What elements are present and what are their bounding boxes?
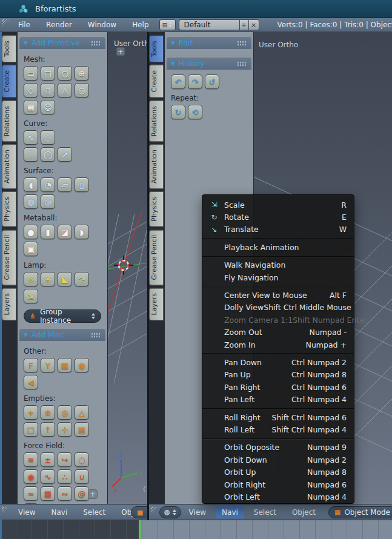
repeat-last[interactable]: ↻ xyxy=(171,105,185,119)
context-menu-item[interactable]: Zoom In Numpad + xyxy=(202,339,354,351)
add-nurbs-surface[interactable]: ▱ xyxy=(58,177,72,192)
context-menu-item[interactable]: Pan Up Ctrl Numpad 8 xyxy=(202,369,354,381)
shelf-tab[interactable]: Layers xyxy=(149,288,164,320)
context-menu-item[interactable]: Pan Down Ctrl Numpad 2 xyxy=(202,356,354,368)
add-layout-button[interactable]: + xyxy=(239,19,248,30)
add-sun-lamp[interactable]: ☀ xyxy=(41,272,55,286)
context-menu-item[interactable]: Orbit Opposite Numpad 9 xyxy=(202,441,354,454)
add-cone[interactable]: △ xyxy=(58,83,72,98)
context-menu-item[interactable]: Pan Right Ctrl Numpad 6 xyxy=(202,381,354,393)
panel-header-edit[interactable]: ▼ Edit xyxy=(167,37,251,49)
header-menu-item[interactable]: View xyxy=(10,508,43,517)
empty-sphere[interactable]: ⊕ xyxy=(41,405,55,420)
add-panel-button[interactable]: + xyxy=(88,489,98,499)
repeat-history[interactable]: ⟲ xyxy=(188,105,202,119)
menubar-item[interactable]: Window xyxy=(80,21,124,29)
undo-history[interactable]: ↺ xyxy=(205,74,219,89)
panel-header-add-misc[interactable]: ▼ Add Misc xyxy=(19,329,105,341)
shelf-tab[interactable]: Layers xyxy=(2,288,16,320)
shelf-tab[interactable]: Animation xyxy=(149,144,164,189)
header-menu-item[interactable]: Select xyxy=(246,508,284,517)
context-menu-item[interactable]: Orbit Right Numpad 6 xyxy=(202,478,354,491)
shelf-tab[interactable]: Tools xyxy=(149,35,164,62)
empty-arrows[interactable]: ⊹ xyxy=(58,422,72,437)
context-menu-item[interactable]: ↘ Translate W xyxy=(202,223,354,236)
empty-cube[interactable]: □ xyxy=(24,422,38,437)
add-cylinder[interactable]: ▯ xyxy=(41,83,55,98)
add-meta-ellipsoid[interactable]: ◗ xyxy=(75,225,89,239)
menubar-item[interactable]: Help xyxy=(124,21,156,29)
add-bezier-circle[interactable]: ◌ xyxy=(41,130,55,145)
add-nurbs-curve[interactable]: ⌒ xyxy=(24,147,38,162)
shelf-tab[interactable]: Physics xyxy=(149,191,164,227)
area-corner-icon[interactable] xyxy=(2,507,9,514)
panel-grip-icon[interactable] xyxy=(237,61,247,67)
shelf-tab[interactable]: Grease Pencil xyxy=(149,230,164,285)
add-grid[interactable]: ▦ xyxy=(24,100,38,114)
add-meta-plane[interactable]: ◪ xyxy=(58,225,72,239)
menubar-item[interactable]: File xyxy=(10,21,38,29)
force-turbulence[interactable]: ∾ xyxy=(58,486,72,501)
force-magnetic[interactable]: ∪ xyxy=(75,469,89,484)
context-menu-item[interactable]: Roll Left Shift Ctrl Numpad 4 xyxy=(202,423,354,435)
context-menu-item[interactable]: Roll Right Shift Ctrl Numpad 6 xyxy=(202,411,354,423)
context-menu-item[interactable]: ↻ Rotate E xyxy=(202,211,354,223)
add-path[interactable]: ↗ xyxy=(58,147,72,162)
context-menu-item[interactable]: Dolly View Shift Ctrl Middle Mouse xyxy=(202,302,354,314)
context-menu-item[interactable]: Center View to Mouse Alt F xyxy=(202,289,354,301)
add-meta-cube[interactable]: ▣ xyxy=(24,242,38,256)
add-monkey[interactable]: ☺ xyxy=(41,100,55,114)
add-nurbs-torus[interactable]: ◎ xyxy=(41,194,55,209)
shelf-tab[interactable]: Tools xyxy=(2,35,16,62)
shelf-tab[interactable]: Grease Pencil xyxy=(2,230,16,285)
add-text[interactable]: F xyxy=(24,358,38,372)
panel-grip-icon[interactable] xyxy=(237,41,247,46)
object-mode-dropdown[interactable]: ■ Object Mode xyxy=(131,506,147,518)
empty-cone[interactable]: △ xyxy=(75,405,89,420)
add-plane[interactable]: ▭ xyxy=(24,66,38,81)
force-harmonic[interactable]: ∿ xyxy=(41,469,55,484)
viewport-1[interactable]: z y x User Ortho + (1) xyxy=(107,32,147,504)
layout-name-field[interactable]: Default xyxy=(179,19,239,30)
add-camera[interactable]: ◉ xyxy=(75,358,89,372)
context-menu-item[interactable]: Orbit Down Numpad 2 xyxy=(202,454,354,466)
add-spot-lamp[interactable]: ◣ xyxy=(58,272,72,286)
undo[interactable]: ↶ xyxy=(171,74,185,89)
panel-grip-icon[interactable] xyxy=(91,332,101,338)
shelf-tab[interactable]: Create xyxy=(149,65,164,98)
add-point-lamp[interactable]: ☼ xyxy=(24,272,38,286)
shelf-tab[interactable]: Animation xyxy=(2,144,16,189)
empty-plain-axes[interactable]: + xyxy=(24,405,38,420)
add-speaker[interactable]: ◀ xyxy=(24,375,38,389)
header-menu-item[interactable]: Navi xyxy=(43,508,75,517)
header-menu-item[interactable]: Select xyxy=(75,508,113,517)
shelf-tab[interactable]: Relations xyxy=(149,101,164,142)
screen-layout-button[interactable]: ⊞ xyxy=(159,19,176,30)
group-instance-dropdown[interactable]: ⋔ Group Instance xyxy=(24,309,101,323)
force-lennard-jones[interactable]: ∴ xyxy=(58,469,72,484)
context-menu-item[interactable]: Playback Animation xyxy=(202,241,354,253)
header-menu-item[interactable]: View xyxy=(181,508,214,517)
expand-region-button[interactable]: + xyxy=(116,47,125,56)
add-nurbs-cylinder[interactable]: ▯ xyxy=(75,177,89,192)
delete-layout-button[interactable]: × xyxy=(248,19,259,30)
context-menu-item[interactable]: Zoom Camera 1:1 Shift Numpad Enter xyxy=(202,314,354,326)
add-cube[interactable]: □ xyxy=(41,66,55,81)
header-menu-item[interactable]: Object xyxy=(284,508,324,517)
menubar-item[interactable]: Render xyxy=(38,21,80,29)
add-lattice[interactable]: ▦ xyxy=(58,358,72,372)
shelf-tab[interactable]: Physics xyxy=(2,191,16,227)
add-nurbs-sphere[interactable]: ◍ xyxy=(24,194,38,209)
force-texture[interactable]: ▦ xyxy=(41,486,55,501)
add-nurbs-circle-surface[interactable]: ◔ xyxy=(41,177,55,192)
object-mode-dropdown[interactable]: ■ Object Mode xyxy=(328,506,392,518)
area-corner-icon[interactable] xyxy=(151,507,158,514)
area-corner-icon[interactable] xyxy=(2,19,9,27)
header-menu-item[interactable]: Navi xyxy=(216,506,244,518)
add-meta-capsule[interactable]: ▮ xyxy=(41,225,55,239)
area-divider[interactable] xyxy=(147,32,149,520)
add-armature[interactable]: Y xyxy=(41,358,55,372)
force-boid[interactable]: ≋ xyxy=(24,452,38,467)
force-vortex[interactable]: @ xyxy=(75,486,89,501)
add-bezier-curve[interactable]: ∿ xyxy=(24,130,38,145)
